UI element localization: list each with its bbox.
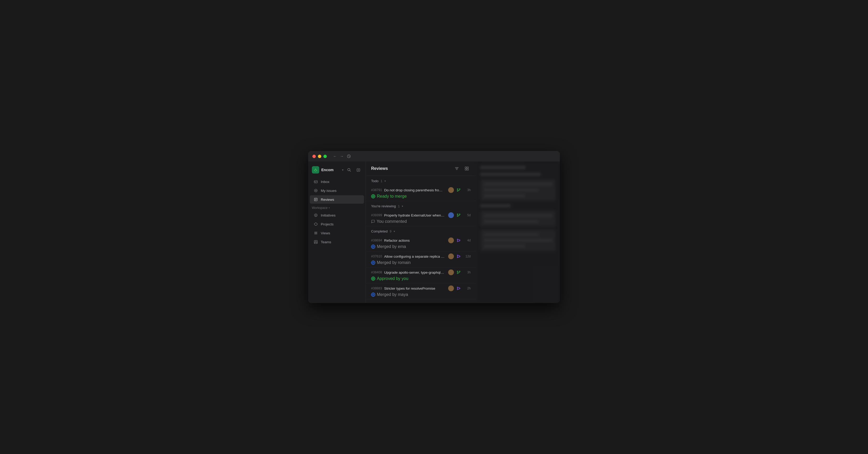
review-item-37610[interactable]: #37610 Allow configuring a separate repl…	[366, 251, 476, 267]
pr-open-icon	[457, 213, 461, 217]
my-issues-icon	[313, 188, 318, 193]
forward-button[interactable]: →	[340, 154, 344, 158]
svg-rect-24	[467, 167, 469, 169]
review-item-bottom: You commented	[371, 219, 471, 224]
svg-point-33	[457, 216, 458, 217]
sidebar-item-teams[interactable]: Teams	[310, 238, 364, 246]
completed-count: 9	[390, 230, 392, 233]
sidebar: Encom ▾	[308, 161, 366, 303]
reviews-label: Reviews	[321, 198, 334, 202]
review-title: Stricter types for resolvePromise	[384, 286, 435, 291]
review-item-top: #38791 Do not drop closing parenthesis f…	[371, 187, 471, 193]
status-text: Merged by maya	[377, 292, 408, 297]
completed-section-header[interactable]: Completed 9 ▾	[366, 226, 476, 235]
search-button[interactable]	[346, 167, 353, 174]
avatar	[448, 285, 454, 291]
avatar	[448, 253, 454, 259]
teams-label: Teams	[321, 240, 331, 244]
pr-merged-icon	[457, 238, 461, 242]
avatar	[448, 212, 454, 218]
workspace-section-label[interactable]: Workspace ▾	[308, 204, 366, 211]
content-area: Encom ▾	[308, 161, 560, 303]
review-left: #38694 Refactor actions	[371, 239, 445, 242]
sidebar-item-views[interactable]: Views	[310, 229, 364, 237]
status-text: Merged by ema	[377, 244, 406, 249]
svg-point-31	[457, 214, 458, 215]
review-time: 3h	[463, 188, 471, 192]
reviewing-chevron-icon: ▾	[402, 205, 403, 208]
initiatives-label: Initiatives	[321, 213, 336, 217]
pr-open-icon	[457, 188, 461, 192]
review-item-bottom: ✓ Ready to merge	[371, 194, 471, 199]
review-item-bottom: ✓ Merged by romain	[371, 260, 471, 265]
review-time: 4d	[463, 239, 471, 242]
back-button[interactable]: ←	[333, 154, 337, 158]
status-icon-green: ✓	[371, 276, 375, 281]
svg-point-9	[315, 190, 316, 191]
reviewing-section-title: You're reviewing	[371, 204, 396, 208]
review-number: #38408	[371, 271, 382, 274]
review-left: #38883 Stricter types for resolvePromise	[371, 286, 445, 291]
workspace-header[interactable]: Encom ▾	[308, 164, 366, 175]
completed-section-title: Completed	[371, 229, 388, 233]
review-item-38791[interactable]: #38791 Do not drop closing parenthesis f…	[366, 185, 476, 201]
review-item-top: #37610 Allow configuring a separate repl…	[371, 253, 471, 259]
projects-icon	[313, 222, 318, 226]
initiatives-icon	[313, 213, 318, 218]
review-title: Refactor actions	[384, 239, 410, 242]
sidebar-item-inbox[interactable]: Inbox	[310, 178, 364, 186]
svg-point-43	[457, 271, 458, 272]
svg-point-29	[457, 190, 458, 192]
status-text: You commented	[377, 219, 407, 224]
titlebar: ← →	[308, 151, 560, 161]
review-item-39399[interactable]: #39399 Properly hydrate ExternalUser whe…	[366, 210, 476, 226]
reviews-list: Todo 1 ▾ #38791 Do not drop closing pare…	[366, 176, 476, 303]
svg-point-45	[457, 273, 458, 274]
review-left: #39399 Properly hydrate ExternalUser whe…	[371, 213, 445, 217]
maximize-button[interactable]	[323, 155, 327, 158]
status-icon-green: ✓	[371, 194, 375, 199]
review-time: 12d	[463, 254, 471, 258]
review-number: #37610	[371, 254, 382, 258]
workspace-name: Encom	[321, 168, 340, 172]
status-icon-blue: ✓	[371, 245, 375, 249]
review-left: #37610 Allow configuring a separate repl…	[371, 254, 445, 259]
review-item-bottom: ✓ Approved by you	[371, 276, 471, 281]
review-item-38883[interactable]: #38883 Stricter types for resolvePromise	[366, 283, 476, 299]
reviewing-count: 1	[398, 205, 400, 208]
review-right: 3h	[448, 187, 471, 193]
reviewing-section-header[interactable]: You're reviewing 1 ▾	[366, 201, 476, 210]
review-number: #38694	[371, 239, 382, 242]
sidebar-item-initiatives[interactable]: Initiatives	[310, 211, 364, 219]
svg-rect-23	[465, 167, 467, 169]
my-issues-label: My issues	[321, 189, 337, 193]
review-item-bottom: ✓ Merged by ema	[371, 244, 471, 249]
page-title: Reviews	[371, 166, 388, 171]
reviews-icon	[313, 197, 318, 202]
close-button[interactable]	[312, 155, 316, 158]
review-item-38694[interactable]: #38694 Refactor actions	[366, 235, 476, 251]
review-item-top: #39399 Properly hydrate ExternalUser whe…	[371, 212, 471, 218]
pr-open-icon	[457, 270, 461, 274]
main-header: Reviews	[366, 161, 476, 176]
filter-button[interactable]	[453, 165, 461, 172]
inbox-icon	[313, 179, 318, 184]
review-number: #38791	[371, 188, 382, 192]
inbox-label: Inbox	[321, 180, 330, 184]
views-icon	[313, 231, 318, 235]
todo-section-title: Todo	[371, 179, 378, 183]
review-left: #38791 Do not drop closing parenthesis f…	[371, 188, 445, 192]
svg-rect-26	[467, 169, 469, 171]
review-right: 2h	[448, 285, 471, 291]
sidebar-item-my-issues[interactable]: My issues	[310, 186, 364, 195]
main-content: Reviews	[366, 161, 476, 303]
review-item-38408[interactable]: #38408 Upgrade apollo-server, type-graph…	[366, 267, 476, 283]
svg-point-8	[314, 189, 317, 192]
layout-button[interactable]	[463, 165, 471, 172]
sidebar-item-projects[interactable]: Projects	[310, 220, 364, 228]
minimize-button[interactable]	[318, 155, 321, 158]
sidebar-item-reviews[interactable]: Reviews	[310, 195, 364, 204]
compose-button[interactable]	[355, 167, 362, 174]
history-button[interactable]	[347, 154, 351, 158]
todo-section-header[interactable]: Todo 1 ▾	[366, 176, 476, 185]
